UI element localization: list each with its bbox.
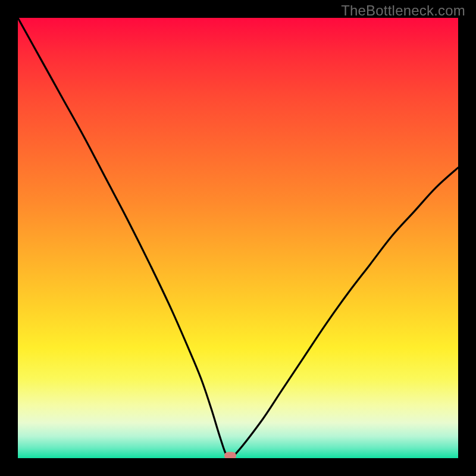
chart-frame: TheBottleneck.com bbox=[0, 0, 476, 476]
minimum-marker bbox=[224, 452, 236, 458]
curve-path bbox=[18, 18, 458, 458]
curve-svg bbox=[18, 18, 458, 458]
watermark-text: TheBottleneck.com bbox=[341, 2, 465, 19]
plot-area bbox=[18, 18, 458, 458]
